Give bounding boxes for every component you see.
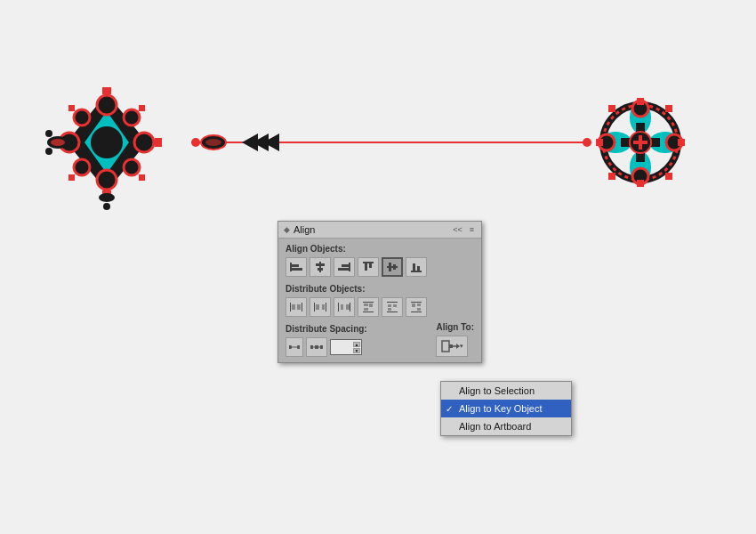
panel-title-text: Align — [294, 224, 315, 235]
svg-rect-77 — [297, 304, 301, 310]
align-to-dropdown-menu: Align to Selection Align to Key Object A… — [440, 381, 572, 436]
dist-center-v-btn[interactable] — [382, 297, 403, 317]
svg-rect-17 — [139, 174, 145, 181]
dist-center-h-btn[interactable] — [310, 297, 331, 317]
svg-rect-73 — [417, 266, 420, 271]
dist-right-btn[interactable] — [334, 297, 355, 317]
svg-rect-72 — [413, 263, 415, 271]
svg-rect-91 — [387, 302, 398, 303]
svg-rect-95 — [388, 308, 391, 311]
svg-rect-15 — [139, 105, 145, 111]
canvas-area — [0, 0, 756, 231]
svg-rect-66 — [365, 263, 367, 271]
svg-point-27 — [583, 138, 591, 147]
svg-point-4 — [134, 133, 154, 152]
svg-point-26 — [191, 138, 200, 147]
align-center-v-btn[interactable] — [382, 257, 403, 277]
svg-rect-69 — [389, 263, 391, 271]
dropdown-item-align-selection[interactable]: Align to Selection — [441, 382, 571, 400]
svg-point-2 — [91, 126, 123, 158]
svg-rect-86 — [363, 302, 374, 303]
svg-rect-16 — [68, 105, 75, 111]
svg-rect-88 — [364, 303, 368, 306]
svg-rect-48 — [637, 98, 644, 105]
svg-point-5 — [97, 170, 117, 190]
svg-rect-54 — [665, 173, 672, 180]
dist-bottom-btn[interactable] — [406, 297, 427, 317]
panel-collapse-btn[interactable]: << — [451, 224, 464, 235]
svg-rect-96 — [411, 302, 422, 303]
panel-menu-btn[interactable]: ≡ — [468, 224, 476, 235]
spacing-up-btn[interactable]: ▲ — [353, 342, 360, 347]
artwork — [18, 53, 738, 231]
svg-point-9 — [74, 109, 90, 125]
svg-rect-98 — [412, 303, 415, 307]
align-to-dropdown-btn[interactable]: ▾ — [436, 336, 468, 357]
svg-rect-108 — [315, 345, 318, 349]
svg-rect-68 — [387, 266, 398, 268]
svg-rect-106 — [310, 345, 313, 349]
svg-rect-49 — [637, 180, 644, 187]
svg-rect-94 — [393, 304, 397, 307]
svg-rect-64 — [338, 268, 349, 271]
svg-rect-79 — [326, 303, 326, 312]
svg-rect-76 — [292, 304, 295, 310]
panel-title-left: ◆ Align — [284, 224, 315, 235]
svg-rect-75 — [302, 303, 302, 312]
svg-rect-63 — [342, 264, 349, 267]
svg-rect-70 — [393, 264, 396, 270]
spacing-input-wrapper: 4 px ▲ ▼ — [330, 339, 362, 355]
svg-rect-78 — [314, 303, 315, 312]
svg-point-8 — [124, 159, 140, 175]
align-right-btn[interactable] — [334, 257, 355, 277]
panel-title-icon: ◆ — [284, 225, 290, 234]
svg-rect-50 — [596, 139, 603, 146]
dropdown-item-align-key-object[interactable]: Align to Key Object — [441, 400, 571, 417]
svg-rect-56 — [290, 263, 292, 271]
svg-rect-60 — [316, 263, 325, 266]
svg-rect-85 — [346, 304, 350, 310]
svg-point-24 — [103, 203, 110, 210]
auto-distribute-btn[interactable] — [306, 337, 327, 357]
svg-rect-14 — [155, 138, 162, 147]
distribute-spacing-label: Distribute Spacing: — [286, 324, 367, 334]
distribute-spacing-area: Distribute Spacing: — [286, 324, 474, 357]
svg-rect-97 — [411, 312, 422, 312]
spacing-spinner: ▲ ▼ — [353, 342, 360, 353]
svg-rect-89 — [364, 308, 368, 311]
svg-rect-53 — [608, 105, 615, 112]
distribute-spacing-icon-btn[interactable] — [286, 337, 303, 357]
align-to-label-text: Align To: — [436, 322, 474, 332]
svg-rect-93 — [388, 304, 391, 307]
svg-rect-52 — [665, 105, 672, 112]
svg-rect-84 — [341, 304, 343, 310]
svg-point-22 — [45, 130, 52, 137]
distribute-objects-row — [286, 297, 474, 317]
dist-left-btn[interactable] — [286, 297, 307, 317]
svg-point-23 — [45, 148, 52, 155]
svg-rect-87 — [363, 312, 374, 312]
dropdown-item-align-artboard[interactable]: Align to Artboard — [441, 417, 571, 435]
panel-body: Align Objects: — [278, 239, 481, 362]
svg-rect-83 — [350, 303, 350, 312]
svg-rect-92 — [387, 312, 398, 312]
align-center-h-btn[interactable] — [310, 257, 331, 277]
svg-rect-65 — [363, 262, 374, 263]
svg-rect-62 — [349, 263, 350, 271]
svg-rect-61 — [318, 268, 323, 271]
spacing-down-btn[interactable]: ▼ — [353, 348, 360, 353]
align-left-btn[interactable] — [286, 257, 307, 277]
svg-rect-90 — [369, 303, 373, 307]
svg-point-20 — [51, 139, 65, 146]
panel-titlebar[interactable]: ◆ Align << ≡ — [278, 222, 481, 239]
svg-rect-74 — [290, 303, 291, 312]
dist-top-btn[interactable] — [358, 297, 379, 317]
align-bottom-btn[interactable] — [406, 257, 427, 277]
align-top-btn[interactable] — [358, 257, 379, 277]
svg-rect-100 — [417, 308, 421, 311]
svg-rect-107 — [320, 345, 323, 349]
align-objects-label: Align Objects: — [286, 244, 474, 254]
svg-rect-57 — [292, 264, 299, 267]
svg-point-29 — [205, 139, 221, 146]
svg-rect-112 — [449, 344, 453, 348]
